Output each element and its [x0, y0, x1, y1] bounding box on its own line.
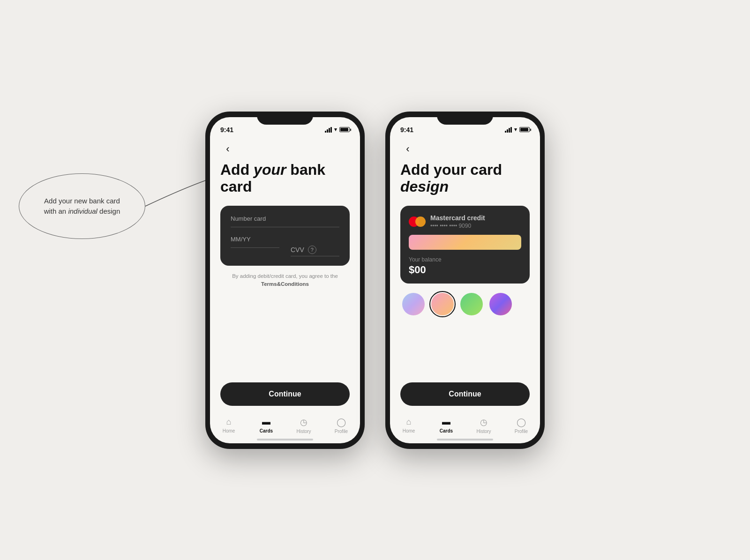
card-balance: Your balance $00: [409, 256, 521, 276]
bottom-nav-2: ⌂ Home ▬ Cards ◷ History ◯ Profile: [390, 413, 540, 437]
signal-icon-1: [325, 127, 332, 133]
callout: Add your new bank cardwith an individual…: [19, 173, 150, 239]
status-time-2: 9:41: [400, 126, 413, 134]
terms-text: By adding debit/credit card, you agree t…: [220, 272, 350, 289]
swatch-green[interactable]: [460, 293, 483, 315]
history-icon-2: ◷: [480, 417, 488, 427]
cvv-input[interactable]: CVV ?: [291, 246, 339, 256]
back-button-1[interactable]: ‹: [220, 142, 235, 157]
swatch-purple[interactable]: [489, 293, 512, 315]
screen-2: 9:41 ▾: [390, 117, 540, 443]
nav-home-1[interactable]: ⌂ Home: [217, 417, 240, 433]
screen-bottom-2: Continue: [390, 382, 540, 413]
callout-text: Add your new bank cardwith an individual…: [44, 196, 120, 217]
nav-profile-label-2: Profile: [515, 429, 528, 434]
bottom-nav-1: ⌂ Home ▬ Cards ◷ History ◯ Profile: [210, 413, 360, 437]
screen-bottom-1: Continue: [210, 382, 360, 413]
continue-button-2[interactable]: Continue: [400, 382, 530, 406]
battery-icon-1: [339, 127, 350, 132]
cards-icon-2: ▬: [442, 417, 450, 427]
cvv-label: CVV: [291, 246, 304, 254]
number-label: Number card: [231, 215, 339, 222]
balance-amount: $00: [409, 264, 521, 276]
expiry-label: MM/YY: [231, 236, 279, 243]
nav-history-label-1: History: [296, 429, 311, 434]
page-title-2: Add your carddesign: [400, 161, 530, 196]
home-indicator-1: [257, 439, 313, 441]
card-brand: Mastercard credit: [430, 214, 485, 222]
form-row: MM/YY CVV ?: [231, 236, 339, 256]
nav-history-label-2: History: [476, 429, 491, 434]
swatch-blue-purple[interactable]: [402, 293, 425, 315]
nav-home-label-1: Home: [223, 428, 235, 433]
cvv-help-icon[interactable]: ?: [308, 246, 316, 254]
card-number: •••• •••• •••• 9090: [430, 223, 485, 229]
number-input[interactable]: Number card: [231, 215, 339, 227]
terms-link[interactable]: Terms&Conditions: [261, 281, 309, 287]
card-form: Number card MM/YY: [220, 206, 350, 266]
status-icons-1: ▾: [325, 127, 350, 133]
screen-content-2: ‹ Add your carddesign Mastercard c: [390, 138, 540, 382]
notch-1: [257, 112, 313, 125]
status-time-1: 9:41: [220, 126, 233, 134]
page-title-1: Add your bankcard: [220, 161, 350, 196]
notch-2: [437, 112, 493, 125]
nav-home-2[interactable]: ⌂ Home: [397, 417, 420, 433]
nav-profile-label-1: Profile: [335, 429, 348, 434]
wifi-icon-1: ▾: [334, 127, 337, 133]
balance-label: Your balance: [409, 256, 521, 263]
nav-cards-1[interactable]: ▬ Cards: [255, 417, 278, 433]
nav-cards-label-2: Cards: [440, 428, 453, 433]
expiry-input[interactable]: MM/YY: [231, 236, 279, 248]
callout-bubble: Add your new bank cardwith an individual…: [19, 173, 145, 239]
card-gradient: [409, 235, 521, 250]
color-swatches: [400, 293, 530, 315]
phone-1: 9:41 ▾: [205, 112, 365, 449]
history-icon-1: ◷: [300, 417, 308, 427]
card-header: Mastercard credit •••• •••• •••• 9090: [409, 213, 521, 230]
phones-container: 9:41 ▾: [194, 112, 556, 449]
profile-icon-2: ◯: [517, 417, 526, 427]
number-field: Number card: [231, 215, 339, 227]
status-icons-2: ▾: [505, 127, 530, 133]
bank-card-preview: Mastercard credit •••• •••• •••• 9090 Yo…: [400, 206, 530, 284]
card-info: Mastercard credit •••• •••• •••• 9090: [430, 214, 485, 229]
mastercard-logo: [409, 213, 426, 230]
cards-icon-1: ▬: [262, 417, 270, 427]
nav-profile-1[interactable]: ◯ Profile: [330, 417, 353, 434]
nav-home-label-2: Home: [403, 428, 415, 433]
continue-button-1[interactable]: Continue: [220, 382, 350, 406]
back-button-2[interactable]: ‹: [400, 142, 415, 157]
nav-history-1[interactable]: ◷ History: [292, 417, 315, 434]
home-indicator-2: [437, 439, 493, 441]
screen-content-1: ‹ Add your bankcard Number card: [210, 138, 360, 382]
nav-profile-2[interactable]: ◯ Profile: [510, 417, 533, 434]
cvv-field: CVV ?: [291, 246, 339, 256]
nav-cards-label-1: Cards: [260, 428, 273, 433]
swatch-pink-gold[interactable]: [431, 293, 454, 315]
home-icon-1: ⌂: [226, 417, 232, 427]
profile-icon-1: ◯: [337, 417, 346, 427]
home-icon-2: ⌂: [406, 417, 412, 427]
scene: Add your new bank cardwith an individual…: [0, 0, 750, 560]
expiry-field: MM/YY: [231, 236, 279, 248]
nav-history-2[interactable]: ◷ History: [472, 417, 495, 434]
nav-cards-2[interactable]: ▬ Cards: [435, 417, 458, 433]
screen-1: 9:41 ▾: [210, 117, 360, 443]
wifi-icon-2: ▾: [514, 127, 517, 133]
phone-2: 9:41 ▾: [385, 112, 545, 449]
signal-icon-2: [505, 127, 512, 133]
mc-orange-circle: [415, 217, 426, 227]
battery-icon-2: [519, 127, 530, 132]
